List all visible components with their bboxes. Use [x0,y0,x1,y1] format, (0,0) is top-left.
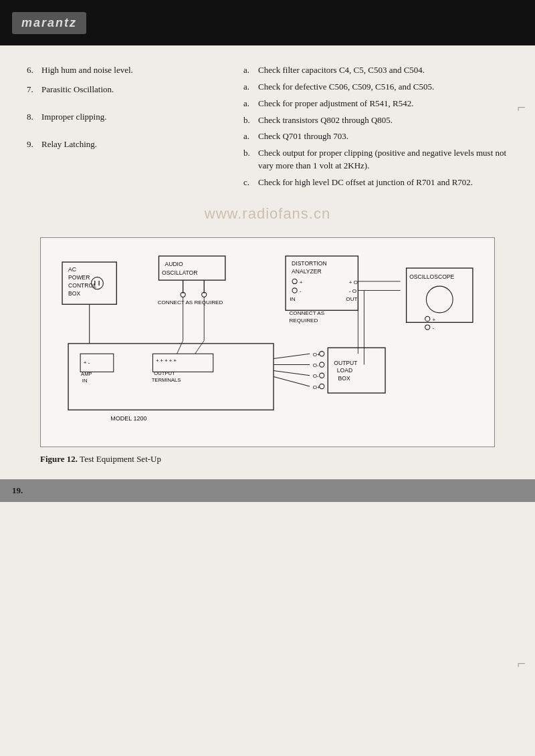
watermark: www.radiofans.cn [27,205,508,223]
svg-point-31 [426,286,453,313]
svg-text:BOX: BOX [338,375,350,382]
sub-text: Check Q701 through 703. [258,130,348,143]
svg-line-61 [274,376,310,386]
bottom-right-bracket: ⌐ [518,655,526,672]
svg-text:REQUIRED: REQUIRED [289,318,318,324]
sub-letter: b. [243,114,258,127]
svg-text:LOAD: LOAD [337,367,352,374]
sub-item: b. Check output for proper clipping (pos… [243,147,508,172]
item-number: 8. [27,111,41,124]
sub-letter: a. [243,98,258,110]
svg-text:-: - [300,288,302,294]
footer-bar: 19. [0,479,535,502]
svg-text:O+: O+ [313,352,320,358]
sub-item: a. Check for proper adjustment of R541, … [243,98,508,110]
svg-text:POWER: POWER [68,274,90,281]
svg-point-52 [320,362,324,367]
svg-text:CONNECT AS: CONNECT AS [289,310,324,316]
sub-item: c. Check for high level DC offset at jun… [243,176,508,189]
header-bar: marantz [0,0,535,45]
left-column: 6. High hum and noise level. 7. Parasiti… [27,64,243,193]
svg-line-66 [195,340,205,354]
svg-text:MODEL 1200: MODEL 1200 [110,414,146,421]
svg-text:OSCILLOSCOPE: OSCILLOSCOPE [409,273,454,280]
svg-text:BOX: BOX [68,289,80,296]
figure-caption: Figure 12. Test Equipment Set-Up [40,454,495,465]
figure-text: Test Equipment Set-Up [80,454,161,464]
sub-letter: c. [243,176,258,189]
svg-text:OSCILLATOR: OSCILLATOR [162,269,197,276]
list-item: 8. Improper clipping. [27,111,230,124]
list-item: 7. Parasitic Oscillation. [27,84,230,96]
sub-letter: a. [243,81,258,94]
svg-text:+  +  +  +  +: + + + + + [156,358,177,364]
main-content: 6. High hum and noise level. 7. Parasiti… [0,45,535,465]
svg-text:+: + [300,279,303,285]
svg-text:IN: IN [290,296,295,302]
svg-text:IN: IN [82,377,88,383]
svg-text:AC: AC [68,266,76,273]
item-number: 7. [27,84,41,96]
sub-text: Check for high level DC offset at juncti… [258,176,473,189]
right-column: a. Check filter capacitors C4, C5, C503 … [243,64,508,193]
svg-rect-8 [159,256,225,280]
item-text: Improper clipping. [41,111,106,124]
svg-text:+  -: + - [84,359,90,365]
diagram-svg: AC POWER CONTROL BOX AUDIO OSCILLATOR CO… [50,250,485,437]
item-text: High hum and noise level. [41,64,133,77]
svg-point-34 [425,325,430,330]
svg-text:+: + [432,316,435,322]
sub-text: Check output for proper clipping (positi… [258,147,508,172]
item-number: 9. [27,138,41,151]
svg-point-22 [292,288,297,293]
sub-text: Check for defective C506, C509, C516, an… [258,81,434,94]
diagram-area: AC POWER CONTROL BOX AUDIO OSCILLATOR CO… [40,237,495,447]
svg-text:TERMINALS: TERMINALS [152,377,181,383]
svg-text:O-: O- [313,373,319,379]
logo-box: marantz [12,12,86,34]
svg-text:AMP: AMP [81,371,92,377]
sub-item: a. Check for defective C506, C509, C516,… [243,81,508,94]
svg-text:OUT: OUT [346,296,357,302]
sub-letter: a. [243,130,258,143]
svg-text:AUDIO: AUDIO [165,261,183,267]
top-right-bracket: ⌐ [518,99,526,116]
svg-text:DISTORTION: DISTORTION [292,260,327,267]
svg-line-58 [274,354,310,358]
logo-text: marantz [21,16,77,29]
sub-text: Check for proper adjustment of R541, R54… [258,98,414,110]
item-text: Parasitic Oscillation. [41,84,114,96]
svg-point-54 [320,373,324,378]
sub-text: Check filter capacitors C4, C5, C503 and… [258,64,425,77]
text-columns: 6. High hum and noise level. 7. Parasiti… [27,64,508,193]
list-item: 9. Relay Latching. [27,138,230,151]
svg-text:O+: O+ [313,384,320,390]
sub-letter: b. [243,147,258,172]
svg-text:OUTPUT: OUTPUT [154,370,175,376]
svg-text:- O: - O [349,288,356,294]
list-item: 6. High hum and noise level. [27,64,230,77]
item-number: 6. [27,64,41,77]
sub-item: b. Check transistors Q802 through Q805. [243,114,508,127]
svg-text:-: - [432,325,434,331]
figure-label: Figure 12. [40,454,78,464]
svg-text:O-: O- [313,362,319,368]
svg-text:OUTPUT: OUTPUT [334,359,358,366]
svg-text:CONTROL: CONTROL [68,282,96,289]
svg-line-64 [177,340,183,354]
svg-point-19 [292,279,297,283]
svg-text:ANALYZER: ANALYZER [292,268,322,275]
svg-text:CONNECT AS REQUIRED: CONNECT AS REQUIRED [158,299,223,305]
sub-item: a. Check Q701 through 703. [243,130,508,143]
sub-text: Check transistors Q802 through Q805. [258,114,393,127]
svg-text:+ O: + O [349,279,358,285]
svg-point-32 [425,316,430,321]
page-number: 19. [12,485,23,496]
item-text: Relay Latching. [41,138,97,151]
svg-line-60 [274,370,310,375]
sub-item: a. Check filter capacitors C4, C5, C503 … [243,64,508,77]
sub-letter: a. [243,64,258,77]
